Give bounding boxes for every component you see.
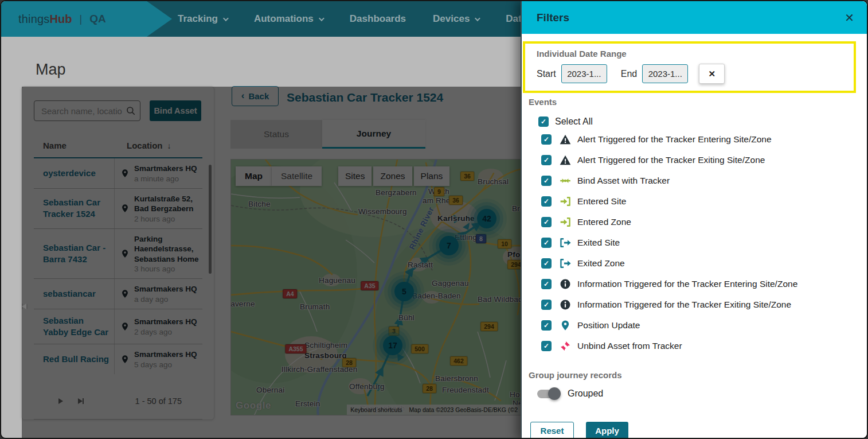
event-checkbox[interactable]: ✓ [541, 196, 552, 207]
filters-actions: Reset Apply [530, 422, 868, 439]
event-checkbox[interactable]: ✓ [541, 341, 552, 351]
event-checkbox[interactable]: ✓ [541, 320, 552, 331]
end-date-input[interactable] [642, 64, 688, 83]
modal-dim-overlay [1, 1, 522, 439]
enter-icon [560, 196, 571, 207]
grouped-toggle[interactable] [537, 390, 559, 398]
event-filter-row: ✓Entered Site [541, 191, 868, 212]
event-label: Position Update [577, 320, 640, 331]
apply-button[interactable]: Apply [586, 422, 628, 439]
grouped-toggle-label: Grouped [568, 389, 603, 399]
event-checkbox[interactable]: ✓ [541, 279, 552, 289]
event-filter-row: ✓Exited Site [541, 232, 868, 253]
event-filter-row: ✓Information Triggered for the Tracker E… [541, 294, 868, 315]
select-all-label: Select All [555, 116, 593, 127]
filters-panel: Filters ✕ Individual Date Range Start En… [521, 1, 868, 439]
select-all-checkbox[interactable]: ✓ [538, 116, 549, 127]
event-filter-row: ✓Alert Triggered for the Tracker Exiting… [541, 150, 868, 170]
event-label: Information Triggered for the Tracker Ex… [577, 300, 791, 310]
date-range-highlight: Individual Date Range Start End ✕ [523, 41, 856, 93]
bind-icon [560, 175, 571, 187]
unbind-icon [560, 340, 571, 352]
select-all-row: ✓ Select All [538, 116, 868, 127]
event-checkbox[interactable]: ✓ [541, 134, 552, 145]
event-filter-row: ✓Entered Zone [541, 212, 868, 232]
date-range-section-label: Individual Date Range [537, 49, 854, 59]
info-icon [560, 299, 571, 310]
event-filter-row: ✓Exited Zone [541, 253, 868, 274]
event-checkbox[interactable]: ✓ [541, 217, 552, 227]
event-label: Information Triggered for the Tracker En… [577, 279, 797, 289]
event-filter-row: ✓Alert Triggered for the Tracker Enterin… [541, 129, 868, 150]
exit-icon [560, 237, 571, 248]
exit-icon [560, 258, 571, 269]
events-section-label: Events [529, 97, 868, 107]
filters-title: Filters [537, 11, 569, 24]
event-filter-row: ✓Information Triggered for the Tracker E… [541, 274, 868, 294]
date-range-row: Start End ✕ [537, 64, 854, 84]
clear-dates-button[interactable]: ✕ [699, 64, 725, 84]
app-window: thingsHub | QA TrackingAutomationsDashbo… [0, 0, 868, 439]
close-icon[interactable]: ✕ [844, 12, 854, 24]
event-filter-row: ✓Bind Asset with Tracker [541, 170, 868, 191]
event-label: Alert Triggered for the Tracker Exiting … [577, 155, 765, 165]
end-date-label: End [621, 69, 637, 79]
start-date-input[interactable] [561, 64, 607, 83]
group-toggle-row: Grouped [537, 387, 868, 400]
event-label: Bind Asset with Tracker [577, 176, 670, 186]
event-checkbox[interactable]: ✓ [541, 176, 552, 186]
enter-icon [560, 216, 571, 228]
info-icon [560, 278, 571, 290]
filters-header: Filters ✕ [522, 1, 868, 34]
warning-icon [560, 134, 571, 145]
event-label: Unbind Asset from Tracker [577, 341, 682, 351]
pin-icon [560, 320, 571, 331]
event-filter-row: ✓Position Update [541, 315, 868, 336]
group-records-label: Group journey records [529, 370, 868, 380]
event-label: Alert Triggered for the Tracker Entering… [577, 134, 772, 145]
event-checkbox[interactable]: ✓ [541, 258, 552, 269]
start-date-label: Start [537, 69, 556, 79]
event-checkbox[interactable]: ✓ [541, 300, 552, 310]
event-checkbox[interactable]: ✓ [541, 155, 552, 165]
event-filter-row: ✓Unbind Asset from Tracker [541, 336, 868, 356]
event-label: Exited Site [577, 238, 620, 248]
event-label: Exited Zone [577, 258, 625, 269]
event-checkbox[interactable]: ✓ [541, 238, 552, 248]
event-label: Entered Site [577, 196, 626, 207]
event-label: Entered Zone [577, 217, 631, 227]
events-list: ✓Alert Triggered for the Tracker Enterin… [541, 129, 868, 356]
toggle-knob [548, 387, 561, 400]
reset-button[interactable]: Reset [530, 422, 574, 439]
warning-icon [560, 154, 571, 166]
